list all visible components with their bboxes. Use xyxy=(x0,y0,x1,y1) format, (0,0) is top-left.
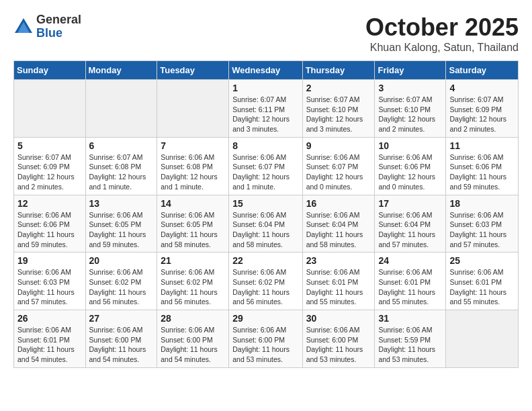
day-info: Sunrise: 6:07 AMSunset: 6:09 PMDaylight:… xyxy=(449,95,515,134)
day-info: Sunrise: 6:06 AMSunset: 6:03 PMDaylight:… xyxy=(17,267,82,307)
logo: General Blue xyxy=(13,13,81,40)
calendar-cell: 13Sunrise: 6:06 AMSunset: 6:05 PMDayligh… xyxy=(85,195,157,253)
day-number: 25 xyxy=(449,255,515,266)
day-number: 2 xyxy=(306,83,371,93)
weekday-header-thursday: Thursday xyxy=(302,61,375,80)
calendar-table: SundayMondayTuesdayWednesdayThursdayFrid… xyxy=(13,60,519,368)
day-info: Sunrise: 6:06 AMSunset: 6:04 PMDaylight:… xyxy=(378,210,442,250)
day-number: 4 xyxy=(449,83,515,93)
day-info: Sunrise: 6:06 AMSunset: 6:01 PMDaylight:… xyxy=(17,325,82,365)
calendar-cell: 28Sunrise: 6:06 AMSunset: 6:00 PMDayligh… xyxy=(157,310,229,368)
day-number: 17 xyxy=(378,198,442,209)
calendar-week-1: 1Sunrise: 6:07 AMSunset: 6:11 PMDaylight… xyxy=(14,80,519,138)
calendar-cell: 12Sunrise: 6:06 AMSunset: 6:06 PMDayligh… xyxy=(14,195,86,253)
calendar-header: SundayMondayTuesdayWednesdayThursdayFrid… xyxy=(14,61,519,80)
day-info: Sunrise: 6:06 AMSunset: 6:06 PMDaylight:… xyxy=(449,152,515,192)
calendar-cell: 4Sunrise: 6:07 AMSunset: 6:09 PMDaylight… xyxy=(446,80,519,138)
title-area: October 2025 Khuan Kalong, Satun, Thaila… xyxy=(365,13,519,54)
day-number: 14 xyxy=(161,198,225,209)
calendar-cell: 24Sunrise: 6:06 AMSunset: 6:01 PMDayligh… xyxy=(375,253,446,310)
calendar-cell: 2Sunrise: 6:07 AMSunset: 6:10 PMDaylight… xyxy=(302,80,375,138)
day-info: Sunrise: 6:06 AMSunset: 6:00 PMDaylight:… xyxy=(161,325,225,365)
day-info: Sunrise: 6:06 AMSunset: 6:02 PMDaylight:… xyxy=(89,267,154,307)
day-number: 22 xyxy=(232,255,298,266)
day-info: Sunrise: 6:06 AMSunset: 6:08 PMDaylight:… xyxy=(161,152,225,192)
calendar-cell: 7Sunrise: 6:06 AMSunset: 6:08 PMDaylight… xyxy=(157,137,229,195)
day-info: Sunrise: 6:06 AMSunset: 6:07 PMDaylight:… xyxy=(232,152,298,192)
calendar-cell: 21Sunrise: 6:06 AMSunset: 6:02 PMDayligh… xyxy=(157,253,229,310)
day-info: Sunrise: 6:06 AMSunset: 6:02 PMDaylight:… xyxy=(161,267,225,307)
weekday-header-row: SundayMondayTuesdayWednesdayThursdayFrid… xyxy=(14,61,519,80)
day-number: 24 xyxy=(378,255,442,266)
day-number: 18 xyxy=(449,198,515,209)
calendar-cell: 14Sunrise: 6:06 AMSunset: 6:05 PMDayligh… xyxy=(157,195,229,253)
day-info: Sunrise: 6:06 AMSunset: 6:06 PMDaylight:… xyxy=(17,210,82,250)
calendar-cell: 18Sunrise: 6:06 AMSunset: 6:03 PMDayligh… xyxy=(446,195,519,253)
day-info: Sunrise: 6:06 AMSunset: 6:07 PMDaylight:… xyxy=(306,152,371,192)
weekday-header-monday: Monday xyxy=(85,61,157,80)
day-info: Sunrise: 6:06 AMSunset: 6:05 PMDaylight:… xyxy=(161,210,225,250)
day-info: Sunrise: 6:06 AMSunset: 5:59 PMDaylight:… xyxy=(378,325,442,365)
calendar-cell: 5Sunrise: 6:07 AMSunset: 6:09 PMDaylight… xyxy=(14,137,86,195)
calendar-cell xyxy=(446,310,519,368)
day-number: 23 xyxy=(306,255,371,266)
calendar-cell: 20Sunrise: 6:06 AMSunset: 6:02 PMDayligh… xyxy=(85,253,157,310)
calendar-week-4: 19Sunrise: 6:06 AMSunset: 6:03 PMDayligh… xyxy=(14,253,519,310)
calendar-cell: 9Sunrise: 6:06 AMSunset: 6:07 PMDaylight… xyxy=(302,137,375,195)
weekday-header-tuesday: Tuesday xyxy=(157,61,229,80)
day-number: 11 xyxy=(449,140,515,151)
day-info: Sunrise: 6:07 AMSunset: 6:09 PMDaylight:… xyxy=(17,152,82,192)
calendar-cell: 15Sunrise: 6:06 AMSunset: 6:04 PMDayligh… xyxy=(229,195,302,253)
calendar-cell: 19Sunrise: 6:06 AMSunset: 6:03 PMDayligh… xyxy=(14,253,86,310)
day-info: Sunrise: 6:06 AMSunset: 6:00 PMDaylight:… xyxy=(232,325,298,365)
day-number: 6 xyxy=(89,140,154,151)
calendar-week-3: 12Sunrise: 6:06 AMSunset: 6:06 PMDayligh… xyxy=(14,195,519,253)
day-number: 8 xyxy=(232,140,298,151)
calendar-cell: 8Sunrise: 6:06 AMSunset: 6:07 PMDaylight… xyxy=(229,137,302,195)
day-info: Sunrise: 6:06 AMSunset: 6:00 PMDaylight:… xyxy=(306,325,371,365)
weekday-header-friday: Friday xyxy=(375,61,446,80)
day-number: 19 xyxy=(17,255,82,266)
calendar-week-2: 5Sunrise: 6:07 AMSunset: 6:09 PMDaylight… xyxy=(14,137,519,195)
day-number: 30 xyxy=(306,313,371,324)
day-number: 12 xyxy=(17,198,82,209)
calendar-cell: 22Sunrise: 6:06 AMSunset: 6:02 PMDayligh… xyxy=(229,253,302,310)
day-number: 15 xyxy=(232,198,298,209)
calendar-cell: 29Sunrise: 6:06 AMSunset: 6:00 PMDayligh… xyxy=(229,310,302,368)
calendar-cell: 23Sunrise: 6:06 AMSunset: 6:01 PMDayligh… xyxy=(302,253,375,310)
day-info: Sunrise: 6:06 AMSunset: 6:06 PMDaylight:… xyxy=(378,152,442,192)
calendar-cell: 26Sunrise: 6:06 AMSunset: 6:01 PMDayligh… xyxy=(14,310,86,368)
weekday-header-wednesday: Wednesday xyxy=(229,61,302,80)
day-number: 29 xyxy=(232,313,298,324)
day-info: Sunrise: 6:07 AMSunset: 6:10 PMDaylight:… xyxy=(378,95,442,134)
calendar-cell: 16Sunrise: 6:06 AMSunset: 6:04 PMDayligh… xyxy=(302,195,375,253)
calendar-cell: 6Sunrise: 6:07 AMSunset: 6:08 PMDaylight… xyxy=(85,137,157,195)
day-info: Sunrise: 6:07 AMSunset: 6:11 PMDaylight:… xyxy=(232,95,298,134)
day-info: Sunrise: 6:06 AMSunset: 6:02 PMDaylight:… xyxy=(232,267,298,307)
day-number: 7 xyxy=(161,140,225,151)
weekday-header-sunday: Sunday xyxy=(14,61,86,80)
weekday-header-saturday: Saturday xyxy=(446,61,519,80)
calendar-cell: 25Sunrise: 6:06 AMSunset: 6:01 PMDayligh… xyxy=(446,253,519,310)
calendar-cell xyxy=(85,80,157,138)
calendar-cell xyxy=(157,80,229,138)
day-number: 31 xyxy=(378,313,442,324)
logo-general: General xyxy=(36,13,81,27)
logo-icon xyxy=(13,17,34,37)
day-info: Sunrise: 6:06 AMSunset: 6:01 PMDaylight:… xyxy=(306,267,371,307)
day-number: 27 xyxy=(89,313,154,324)
day-number: 10 xyxy=(378,140,442,151)
calendar-week-5: 26Sunrise: 6:06 AMSunset: 6:01 PMDayligh… xyxy=(14,310,519,368)
day-number: 13 xyxy=(89,198,154,209)
logo-text: General Blue xyxy=(36,13,81,40)
day-info: Sunrise: 6:06 AMSunset: 6:01 PMDaylight:… xyxy=(378,267,442,307)
day-info: Sunrise: 6:06 AMSunset: 6:04 PMDaylight:… xyxy=(306,210,371,250)
calendar-cell: 27Sunrise: 6:06 AMSunset: 6:00 PMDayligh… xyxy=(85,310,157,368)
calendar-cell: 17Sunrise: 6:06 AMSunset: 6:04 PMDayligh… xyxy=(375,195,446,253)
calendar-cell: 3Sunrise: 6:07 AMSunset: 6:10 PMDaylight… xyxy=(375,80,446,138)
day-info: Sunrise: 6:06 AMSunset: 6:03 PMDaylight:… xyxy=(449,210,515,250)
day-info: Sunrise: 6:06 AMSunset: 6:00 PMDaylight:… xyxy=(89,325,154,365)
day-number: 9 xyxy=(306,140,371,151)
page-header: General Blue October 2025 Khuan Kalong, … xyxy=(13,13,519,54)
calendar-cell xyxy=(14,80,86,138)
